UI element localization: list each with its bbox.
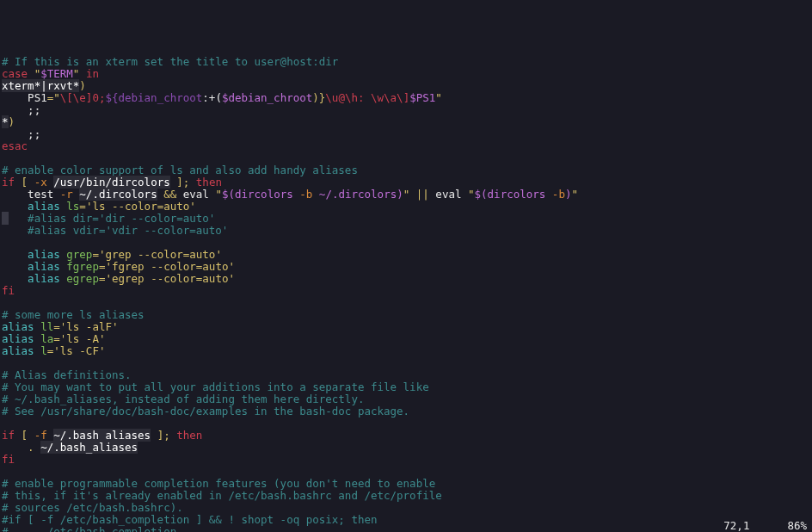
code-line: # If this is an xterm set the title to u… (2, 56, 812, 68)
code-line (2, 466, 812, 478)
code-line: case "$TERM" in (2, 68, 812, 80)
code-line: alias grep='grep --color=auto' (2, 249, 812, 261)
code-line: fi (2, 454, 812, 466)
code-editor[interactable]: # If this is an xterm set the title to u… (0, 48, 812, 532)
code-line: # You may want to put all your additions… (2, 381, 812, 393)
code-line (2, 297, 812, 309)
code-line: # enable color support of ls and also ad… (2, 164, 812, 176)
code-line (2, 418, 812, 430)
code-line: alias l='ls -CF' (2, 345, 812, 357)
code-line: xterm*|rxvt*) (2, 80, 812, 92)
code-line (2, 237, 812, 249)
code-line: #alias dir='dir --color=auto' (2, 213, 812, 225)
code-line: alias ls='ls --color=auto' (2, 201, 812, 213)
code-line: if [ -x /usr/bin/dircolors ]; then (2, 176, 812, 189)
code-line: #if [ -f /etc/bash_completion ] && ! sho… (2, 514, 812, 526)
code-line: ;; (2, 128, 812, 140)
code-line: # Alias definitions. (2, 369, 812, 381)
code-line: # See /usr/share/doc/bash-doc/examples i… (2, 405, 812, 418)
code-line: # sources /etc/bash.bashrc). (2, 502, 812, 514)
code-line: . ~/.bash_aliases (2, 442, 812, 454)
code-line: alias ll='ls -alF' (2, 321, 812, 333)
code-line: #alias vdir='vdir --color=auto' (2, 225, 812, 237)
code-line: alias fgrep='fgrep --color=auto' (2, 261, 812, 273)
code-line (2, 152, 812, 164)
code-line: esac (2, 140, 812, 152)
code-line: PS1="\[\e]0;${debian_chroot:+($debian_ch… (2, 92, 812, 104)
code-line: *) (2, 116, 812, 128)
code-line: ;; (2, 104, 812, 116)
code-line: # . /etc/bash_completion (2, 526, 812, 532)
code-line (2, 357, 812, 369)
code-line: # enable programmable completion feature… (2, 478, 812, 490)
scroll-percent: 86% (787, 520, 807, 532)
code-line: # ~/.bash_aliases, instead of adding the… (2, 393, 812, 405)
code-line: fi (2, 285, 812, 297)
code-line: # some more ls aliases (2, 309, 812, 321)
code-line: if [ -f ~/.bash_aliases ]; then (2, 430, 812, 442)
code-line: alias la='ls -A' (2, 333, 812, 345)
status-bar: 72,1 86% (723, 520, 807, 532)
code-line: # this, if it's already enabled in /etc/… (2, 490, 812, 502)
cursor-position: 72,1 (723, 520, 749, 532)
code-line: alias egrep='egrep --color=auto' (2, 273, 812, 285)
code-line: test -r ~/.dircolors && eval "$(dircolor… (2, 189, 812, 201)
